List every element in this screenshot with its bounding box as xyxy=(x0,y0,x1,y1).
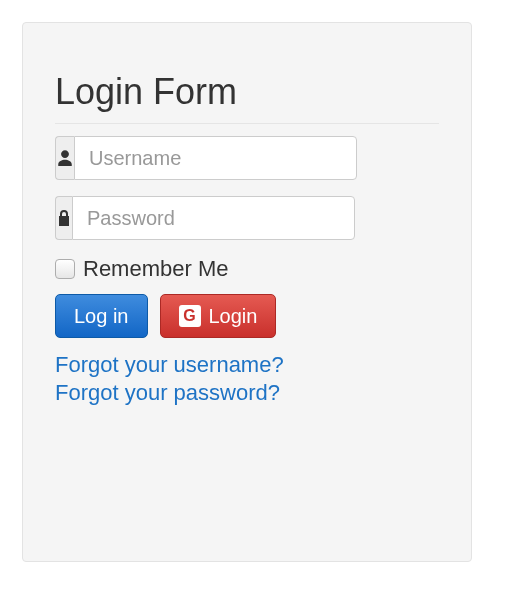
user-icon xyxy=(55,136,74,180)
google-login-label: Login xyxy=(209,305,258,328)
list-item: Forgot your password? xyxy=(55,380,439,406)
list-item: Forgot your username? xyxy=(55,352,439,378)
button-row: Log in G Login xyxy=(55,294,439,338)
google-icon: G xyxy=(179,305,201,327)
forgot-password-link[interactable]: Forgot your password? xyxy=(55,380,280,405)
forgot-username-link[interactable]: Forgot your username? xyxy=(55,352,284,377)
page-title: Login Form xyxy=(55,71,439,124)
password-group xyxy=(55,196,335,240)
username-input[interactable] xyxy=(74,136,357,180)
remember-row: Remember Me xyxy=(55,256,439,282)
login-button-label: Log in xyxy=(74,305,129,328)
google-login-button[interactable]: G Login xyxy=(160,294,277,338)
password-input[interactable] xyxy=(72,196,355,240)
lock-icon xyxy=(55,196,72,240)
login-button[interactable]: Log in xyxy=(55,294,148,338)
help-links: Forgot your username? Forgot your passwo… xyxy=(55,352,439,406)
login-panel: Login Form Remember Me Log in G Login xyxy=(22,22,472,562)
username-group xyxy=(55,136,335,180)
remember-checkbox[interactable] xyxy=(55,259,75,279)
remember-label: Remember Me xyxy=(83,256,228,282)
